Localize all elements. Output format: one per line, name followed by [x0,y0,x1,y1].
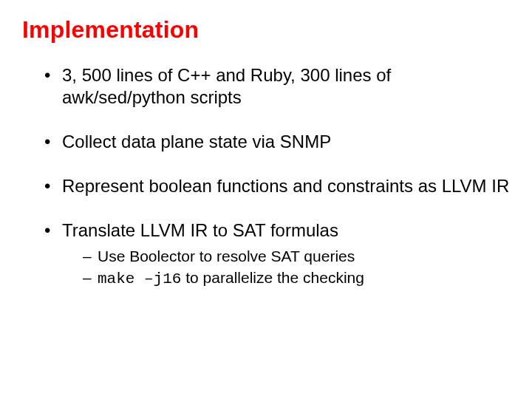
sub-bullet-text: Use Boolector to resolve SAT queries [98,248,355,265]
sub-bullet-list: Use Boolector to resolve SAT queries mak… [62,246,510,290]
sub-bullet-item: make –j16 to parallelize the checking [83,267,510,289]
slide-title: Implementation [22,16,510,44]
bullet-text: Represent boolean functions and constrai… [62,176,509,196]
sub-bullet-item: Use Boolector to resolve SAT queries [83,246,510,266]
sub-bullet-text: to parallelize the checking [181,269,364,286]
bullet-text: Translate LLVM IR to SAT formulas [62,220,338,240]
bullet-item: Collect data plane state via SNMP [44,131,510,153]
bullet-item: 3, 500 lines of C++ and Ruby, 300 lines … [44,64,510,109]
bullet-text: 3, 500 lines of C++ and Ruby, 300 lines … [62,65,391,107]
bullet-item: Represent boolean functions and constrai… [44,175,510,197]
code-text: make –j16 [98,270,181,287]
bullet-item: Translate LLVM IR to SAT formulas Use Bo… [44,219,510,290]
bullet-text: Collect data plane state via SNMP [62,132,331,151]
bullet-list: 3, 500 lines of C++ and Ruby, 300 lines … [22,64,510,290]
slide: Implementation 3, 500 lines of C++ and R… [0,0,532,399]
